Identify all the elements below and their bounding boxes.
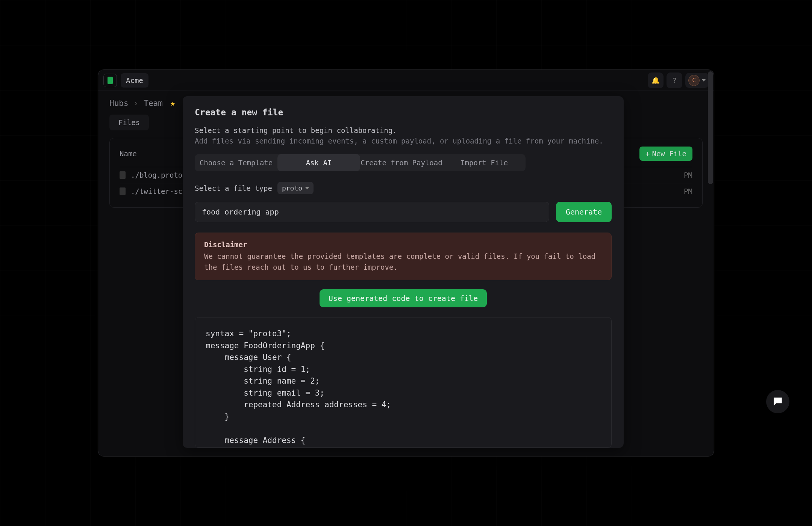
new-file-button[interactable]: + New File	[639, 147, 692, 161]
scrollbar[interactable]	[708, 71, 713, 184]
tab-create-from-payload[interactable]: Create from Payload	[360, 154, 443, 171]
support-chat-button[interactable]	[766, 390, 789, 413]
avatar-initial: C	[692, 77, 696, 84]
tab-label: Files	[118, 118, 140, 127]
filetype-select[interactable]: proto	[277, 182, 314, 194]
file-icon	[120, 187, 126, 195]
tab-label: Create from Payload	[361, 159, 442, 167]
tab-label: Ask AI	[306, 159, 332, 167]
logo-icon	[108, 77, 113, 84]
tab-import-file[interactable]: Import File	[443, 154, 526, 171]
breadcrumb-item[interactable]: Hubs	[109, 99, 129, 108]
chat-icon	[772, 396, 783, 407]
disclaimer-banner: Disclaimer We cannot guarantee the provi…	[195, 233, 612, 280]
use-generated-code-button[interactable]: Use generated code to create file	[320, 289, 487, 307]
filetype-value: proto	[282, 184, 302, 192]
help-button[interactable]: ?	[667, 73, 682, 88]
topbar: Acme 🔔 ? C	[98, 70, 714, 91]
chevron-right-icon: ›	[134, 99, 139, 108]
use-code-label: Use generated code to create file	[329, 294, 478, 303]
column-header-name: Name	[120, 150, 137, 158]
file-icon	[120, 171, 126, 179]
disclaimer-body: We cannot guarantee the provided templat…	[204, 251, 602, 272]
modal-title: Create a new file	[195, 107, 612, 117]
chevron-down-icon	[702, 79, 706, 82]
user-menu[interactable]: C	[685, 73, 709, 88]
generated-code[interactable]: syntax = "proto3"; message FoodOrderingA…	[195, 317, 612, 448]
file-name: ./blog.proto	[131, 171, 182, 179]
plus-icon: +	[645, 150, 650, 158]
tab-choose-template[interactable]: Choose a Template	[195, 154, 277, 171]
notifications-button[interactable]: 🔔	[648, 73, 664, 88]
workspace-switcher[interactable]: Acme	[121, 73, 148, 88]
prompt-input[interactable]	[195, 202, 549, 222]
filetype-label: Select a file type	[195, 184, 272, 192]
modal-description: Add files via sending incoming events, a…	[195, 137, 612, 145]
logo-button[interactable]	[103, 74, 117, 87]
star-icon[interactable]: ★	[170, 98, 175, 108]
generate-label: Generate	[566, 207, 602, 216]
bell-icon: 🔔	[651, 76, 660, 84]
modal-subtitle: Select a starting point to begin collabo…	[195, 126, 612, 135]
file-name: ./twitter-sch	[131, 187, 187, 195]
disclaimer-title: Disclaimer	[204, 240, 602, 249]
source-tabs: Choose a Template Ask AI Create from Pay…	[195, 154, 526, 171]
generate-button[interactable]: Generate	[556, 202, 612, 222]
workspace-name: Acme	[126, 76, 143, 85]
create-file-modal: Create a new file Select a starting poin…	[183, 96, 624, 448]
avatar: C	[688, 75, 700, 86]
tab-ask-ai[interactable]: Ask AI	[277, 154, 360, 171]
chevron-down-icon	[305, 187, 309, 189]
new-file-label: New File	[652, 150, 686, 158]
file-time: PM	[684, 187, 692, 195]
tab-label: Choose a Template	[200, 159, 273, 167]
file-time: PM	[684, 171, 692, 179]
breadcrumb-item[interactable]: Team	[144, 99, 163, 108]
tab-label: Import File	[461, 159, 508, 167]
tab-files[interactable]: Files	[109, 115, 149, 130]
help-icon: ?	[673, 76, 677, 84]
